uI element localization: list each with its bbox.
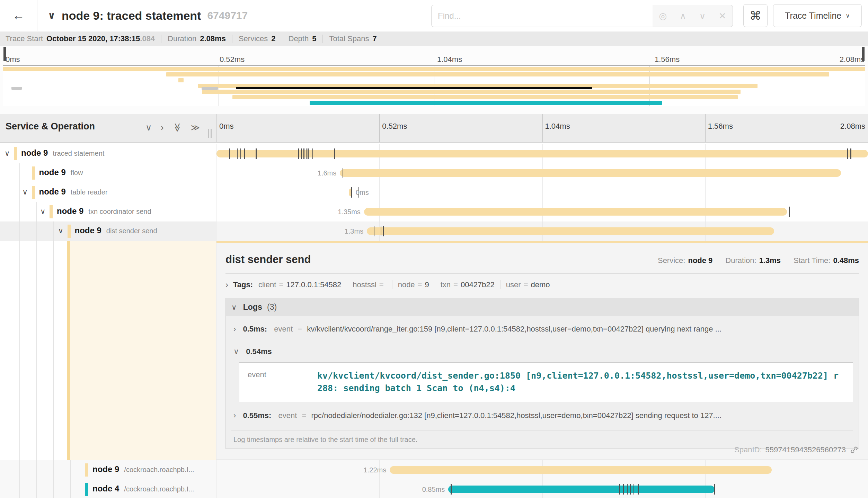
span-tag[interactable]: client=127.0.0.1:54582 bbox=[258, 280, 347, 289]
locate-icon[interactable]: ◎ bbox=[659, 11, 667, 21]
span-tag[interactable]: user=demo bbox=[506, 280, 556, 289]
span-tag[interactable]: hostssl= bbox=[353, 280, 392, 289]
stat-value: 2 bbox=[271, 34, 275, 43]
span-row-track[interactable] bbox=[216, 144, 868, 163]
operation-name: table reader bbox=[71, 188, 108, 196]
tree-guide-line bbox=[19, 183, 20, 202]
span-row[interactable]: ∨node 9txn coordinator send1.35ms bbox=[0, 202, 868, 221]
minimap-canvas[interactable] bbox=[3, 65, 865, 106]
service-operation-header: Service & Operation ∨›≫≫ bbox=[0, 114, 216, 142]
tree-guide-line bbox=[36, 202, 37, 221]
stat-separator bbox=[232, 35, 232, 43]
operation-name: /cockroach.roachpb.I... bbox=[124, 466, 194, 473]
trace-title-wrap: ∨ node 9: traced statement 6749717 bbox=[48, 0, 248, 31]
tag-value: 127.0.0.1:54582 bbox=[286, 280, 341, 289]
span-row-track[interactable]: 1.35ms bbox=[216, 202, 868, 221]
span-row[interactable]: ∨node 9dist sender send1.3ms bbox=[0, 221, 868, 241]
minimap-tick-label: 1.04ms bbox=[437, 55, 462, 64]
span-row-name-cell: ∨node 9table reader bbox=[0, 183, 216, 202]
span-row-track[interactable]: 1.3ms bbox=[216, 221, 868, 241]
service-color-stripe bbox=[68, 225, 71, 238]
start-time-label: Start Time: bbox=[794, 256, 830, 265]
ruler-gridline bbox=[705, 114, 706, 142]
link-icon[interactable] bbox=[849, 445, 859, 455]
minimap-span-bar bbox=[202, 90, 741, 94]
span-row-track[interactable]: 1.22ms bbox=[216, 460, 868, 480]
span-row[interactable]: node 4/cockroach.roachpb.I...0.85ms bbox=[0, 480, 868, 498]
span-row[interactable]: ∨node 9traced statement bbox=[0, 144, 868, 163]
minimap-tick-label: 1.56ms bbox=[655, 55, 680, 64]
trace-view-dropdown[interactable]: Trace Timeline ∨ bbox=[773, 4, 862, 27]
span-duration-bar[interactable] bbox=[216, 150, 868, 157]
ruler-tick-label: 1.04ms bbox=[545, 122, 570, 131]
span-row[interactable]: node 9/cockroach.roachpb.I...1.22ms bbox=[0, 460, 868, 480]
span-duration-bar[interactable] bbox=[367, 227, 774, 235]
span-log-tick bbox=[634, 484, 635, 495]
span-duration-bar[interactable] bbox=[340, 169, 841, 177]
operation-name: dist sender send bbox=[106, 227, 157, 235]
find-input[interactable] bbox=[431, 5, 653, 27]
keyboard-shortcuts-button[interactable]: ⌘ bbox=[743, 4, 768, 27]
span-duration-bar[interactable] bbox=[448, 486, 715, 493]
minimap-scrubber-handle[interactable] bbox=[202, 87, 218, 90]
tag-equals: = bbox=[524, 280, 528, 289]
span-log-tick bbox=[343, 168, 344, 178]
span-row-label: node 9flow bbox=[39, 167, 83, 177]
span-row-track[interactable]: 0.85ms bbox=[216, 480, 868, 498]
minimap-span-bar bbox=[310, 101, 662, 105]
span-expander-icon[interactable]: ∨ bbox=[58, 227, 63, 235]
span-log-tick bbox=[847, 148, 848, 159]
start-time-value: 0.48ms bbox=[833, 256, 859, 265]
ruler-tick-label: 1.56ms bbox=[708, 122, 733, 131]
span-log-tick bbox=[306, 148, 307, 159]
expand-all-icon[interactable]: ≫ bbox=[191, 123, 200, 133]
span-tag[interactable]: node=9 bbox=[398, 280, 435, 289]
prev-result-icon[interactable]: ∧ bbox=[680, 11, 686, 21]
minimap-left-scrubber[interactable] bbox=[3, 47, 6, 61]
service-value: node 9 bbox=[688, 256, 712, 265]
minimap-right-scrubber[interactable] bbox=[862, 47, 865, 61]
clear-search-icon[interactable]: ✕ bbox=[719, 11, 726, 21]
log-entry-1[interactable]: › 0.5ms: event = kv/kvclient/kvcoord/ran… bbox=[231, 316, 853, 342]
log-entry-3[interactable]: › 0.55ms: event = rpc/nodedialer/nodedia… bbox=[231, 409, 853, 428]
collapse-all-icon[interactable]: ≫ bbox=[172, 123, 182, 132]
timeline-gridline bbox=[705, 183, 706, 202]
span-log-tick bbox=[312, 148, 313, 159]
command-icon: ⌘ bbox=[750, 9, 761, 22]
ruler-tick-label: 0ms bbox=[219, 122, 234, 131]
span-expander-icon[interactable]: ∨ bbox=[23, 188, 28, 196]
tags-row[interactable]: › Tags: client=127.0.0.1:54582hostssl=no… bbox=[225, 280, 859, 290]
log-entry-2-header[interactable]: ∨ 0.54ms bbox=[231, 342, 853, 360]
minimap-tick-label: 2.08ms bbox=[840, 55, 865, 64]
span-row-name-cell: ∨node 9dist sender send bbox=[0, 221, 216, 241]
span-log-tick bbox=[850, 148, 851, 159]
span-expander-icon[interactable]: ∨ bbox=[5, 149, 10, 157]
timeline-gridline bbox=[542, 183, 543, 202]
span-duration-bar[interactable] bbox=[390, 466, 772, 474]
span-row-track[interactable]: 1.6ms bbox=[216, 163, 868, 183]
trace-stats-bar: Trace StartOctober 15 2020, 17:38:15.084… bbox=[0, 31, 868, 46]
collapse-one-icon[interactable]: ∨ bbox=[145, 123, 152, 133]
span-row-track[interactable]: 0ms bbox=[216, 183, 868, 202]
tree-guide-line bbox=[19, 460, 20, 480]
stat-value: October 15 2020, 17:38:15 bbox=[46, 34, 140, 43]
chevron-down-icon[interactable]: ∨ bbox=[48, 10, 55, 21]
expand-one-icon[interactable]: › bbox=[161, 123, 163, 133]
back-button[interactable]: ← bbox=[0, 0, 37, 31]
span-duration-bar[interactable] bbox=[364, 208, 787, 216]
span-row[interactable]: node 9flow1.6ms bbox=[0, 163, 868, 183]
column-resize-grip[interactable] bbox=[208, 129, 212, 138]
span-log-tick bbox=[383, 226, 384, 236]
span-row-name-cell: node 4/cockroach.roachpb.I... bbox=[0, 480, 216, 498]
span-row[interactable]: ∨node 9table reader0ms bbox=[0, 183, 868, 202]
next-result-icon[interactable]: ∨ bbox=[699, 11, 706, 21]
span-expander-icon[interactable]: ∨ bbox=[40, 207, 45, 216]
span-log-tick bbox=[301, 148, 302, 159]
tag-equals: = bbox=[418, 280, 422, 289]
minimap-scrubber-handle[interactable] bbox=[11, 87, 22, 90]
logs-header[interactable]: ∨ Logs (3) bbox=[226, 298, 859, 316]
span-tag[interactable]: txn=00427b22 bbox=[441, 280, 501, 289]
log-field-key: event bbox=[239, 363, 314, 402]
tree-guide-line bbox=[19, 163, 20, 183]
service-name: node 9 bbox=[75, 226, 101, 235]
